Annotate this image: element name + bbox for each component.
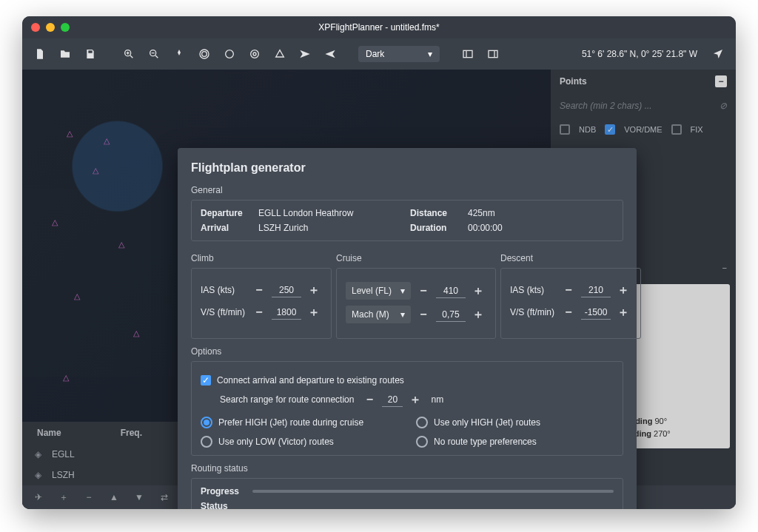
panel-right-icon[interactable] — [483, 44, 503, 64]
add-icon[interactable]: ＋ — [55, 488, 73, 506]
cruise-mach-value[interactable]: 0,75 — [436, 308, 466, 322]
zoom-out-icon[interactable] — [144, 44, 164, 64]
zoom-in-icon[interactable] — [118, 44, 139, 64]
minus-icon[interactable]: − — [415, 306, 432, 323]
radio-only-low[interactable]: Use only LOW (Victor) routes — [201, 436, 398, 448]
cruise-level-select[interactable]: Level (FL) ▾ — [346, 282, 411, 300]
descent-ias-value[interactable]: 210 — [581, 283, 611, 297]
search-range-value[interactable]: 20 — [382, 393, 403, 407]
climb-ias-value[interactable]: 250 — [272, 283, 301, 297]
routing-label: Routing status — [191, 463, 623, 474]
layer-navaid-icon[interactable] — [194, 44, 215, 64]
connect-routes-label: Connect arrival and departure to existin… — [217, 375, 404, 385]
ndb-checkbox[interactable] — [560, 124, 570, 135]
descent-ias-label: IAS (kts) — [510, 285, 556, 295]
minus-icon[interactable]: − — [415, 283, 432, 299]
plus-icon[interactable]: ＋ — [470, 283, 486, 299]
layer-waypoint-icon[interactable] — [169, 44, 190, 64]
search-input[interactable]: Search (min 2 chars) ... ⊘ — [560, 96, 727, 115]
distance-label: Distance — [410, 208, 462, 218]
fix-label: FIX — [691, 125, 703, 134]
save-icon[interactable] — [80, 44, 101, 64]
minus-icon[interactable]: − — [251, 282, 267, 298]
descent-ias-stepper[interactable]: − 210 ＋ — [560, 282, 631, 298]
minus-icon[interactable]: − — [251, 304, 267, 320]
clear-icon[interactable]: ⊘ — [720, 101, 727, 111]
progress-label: Progress — [201, 486, 252, 496]
arrival-icon[interactable] — [320, 44, 341, 64]
minus-icon[interactable]: − — [560, 304, 577, 320]
panel-left-icon[interactable] — [457, 44, 478, 64]
cruise-level-stepper[interactable]: − 410 ＋ — [415, 283, 486, 299]
radio-only-high[interactable]: Use only HIGH (Jet) routes — [416, 417, 614, 428]
connect-routes-checkbox[interactable]: ✓ — [201, 375, 211, 385]
cruise-mach-select[interactable]: Mach (M) ▾ — [346, 306, 411, 323]
departure-label: Departure — [201, 208, 252, 218]
radio-no-pref[interactable]: No route type preferences — [416, 436, 614, 448]
cruise-mach-stepper[interactable]: − 0,75 ＋ — [415, 306, 486, 323]
vordme-label: VOR/DME — [624, 125, 662, 134]
rwy-val: 270° — [654, 429, 671, 438]
up-icon[interactable]: ▲ — [105, 488, 123, 506]
climb-label: Climb — [191, 253, 332, 263]
descent-vs-label: V/S (ft/min) — [510, 307, 556, 317]
radio-label: No route type preferences — [434, 437, 537, 447]
layer-target-icon[interactable] — [244, 44, 265, 64]
departure-value: EGLL London Heathrow — [258, 208, 404, 218]
open-folder-icon[interactable] — [55, 44, 76, 64]
vordme-checkbox[interactable]: ✓ — [605, 124, 615, 135]
titlebar: XPFlightPlanner - untitled.fms* — [22, 16, 736, 38]
svg-rect-8 — [489, 50, 497, 57]
climb-vs-value[interactable]: 1800 — [272, 306, 301, 320]
collapse-icon[interactable]: − — [722, 263, 727, 272]
radio-prefer-high[interactable]: Prefer HIGH (Jet) route during cruise — [201, 417, 398, 428]
plus-icon[interactable]: ＋ — [407, 391, 423, 408]
app-window: XPFlightPlanner - untitled.fms* Dark ▾ — [22, 16, 736, 509]
layer-triangle-icon[interactable] — [269, 44, 290, 64]
descent-vs-stepper[interactable]: − -1500 ＋ — [560, 304, 631, 320]
duration-value: 00:00:00 — [468, 223, 614, 233]
search-range-label: Search range for route connection — [220, 394, 354, 405]
climb-ias-label: IAS (kts) — [201, 285, 246, 295]
search-range-stepper[interactable]: − 20 ＋ — [361, 391, 423, 408]
svg-point-2 — [202, 52, 207, 57]
cruise-label: Cruise — [336, 253, 496, 263]
climb-ias-stepper[interactable]: − 250 ＋ — [251, 282, 322, 298]
fix-checkbox[interactable] — [671, 124, 682, 135]
plus-icon[interactable]: ＋ — [470, 306, 486, 323]
toolbar: Dark ▾ 51° 6' 28.6" N, 0° 25' 21.8" W — [22, 38, 736, 70]
collapse-icon[interactable]: − — [715, 75, 727, 87]
minus-icon[interactable]: − — [361, 391, 378, 408]
new-file-icon[interactable] — [30, 44, 50, 64]
chevron-down-icon: ▾ — [400, 286, 405, 296]
modal-title: Flightplan generator — [191, 161, 623, 175]
waypoint-id: EGLL — [52, 449, 75, 459]
remove-icon[interactable]: − — [80, 488, 98, 506]
plane-icon[interactable]: ✈ — [30, 488, 47, 506]
departure-icon[interactable] — [295, 44, 315, 64]
climb-vs-stepper[interactable]: − 1800 ＋ — [251, 304, 322, 320]
progress-bar — [252, 490, 614, 493]
plus-icon[interactable]: ＋ — [306, 282, 322, 298]
down-icon[interactable]: ▼ — [130, 488, 148, 506]
descent-vs-value[interactable]: -1500 — [581, 306, 611, 320]
plus-icon[interactable]: ＋ — [306, 304, 322, 320]
locate-icon[interactable] — [708, 44, 728, 64]
arrival-label: Arrival — [201, 223, 252, 233]
swap-icon[interactable]: ⇄ — [155, 488, 173, 506]
col-name: Name — [37, 428, 61, 438]
svg-rect-7 — [463, 50, 472, 57]
sidebar-title: Points — [560, 76, 587, 87]
theme-select[interactable]: Dark ▾ — [358, 46, 440, 62]
rwy-val: 90° — [654, 417, 667, 425]
minus-icon[interactable]: − — [560, 282, 577, 298]
radio-label: Prefer HIGH (Jet) route during cruise — [218, 417, 363, 428]
flightplan-generator-modal: Flightplan generator General Departure E… — [178, 148, 637, 509]
search-placeholder: Search (min 2 chars) ... — [560, 101, 652, 111]
plus-icon[interactable]: ＋ — [615, 304, 631, 320]
descent-label: Descent — [500, 253, 641, 263]
chevron-down-icon: ▾ — [400, 309, 405, 320]
cruise-level-value[interactable]: 410 — [436, 284, 466, 298]
layer-fix-icon[interactable] — [219, 44, 240, 64]
plus-icon[interactable]: ＋ — [615, 282, 631, 298]
